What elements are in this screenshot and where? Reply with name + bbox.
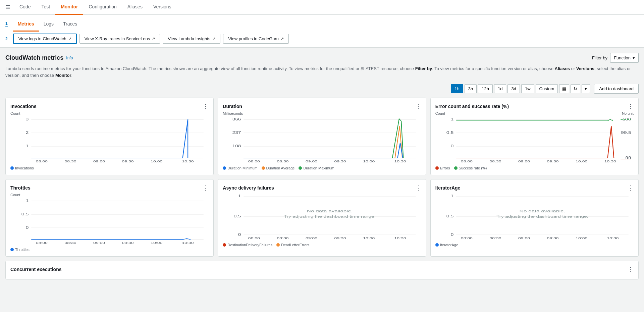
step-1: 1 <box>5 21 8 27</box>
iterator-age-chart: IteratorAge ⋮ 1 0.5 0 08:00 08:30 09:00 … <box>430 179 639 257</box>
concurrent-executions-menu[interactable]: ⋮ <box>628 266 634 273</box>
svg-text:2: 2 <box>26 131 29 135</box>
time-1h-button[interactable]: 1h <box>451 84 463 93</box>
iterator-age-svg: 1 0.5 0 08:00 08:30 09:00 09:30 10:00 10… <box>435 193 634 240</box>
view-logs-cloudwatch-button[interactable]: View logs in CloudWatch ↗ <box>13 34 77 44</box>
svg-text:08:00: 08:00 <box>461 237 473 240</box>
view-profiles-button[interactable]: View profiles in CodeGuru ↗ <box>223 34 289 44</box>
tab-code[interactable]: Code <box>14 0 36 15</box>
svg-text:08:00: 08:00 <box>461 160 473 163</box>
duration-menu[interactable]: ⋮ <box>415 103 421 110</box>
dead-letter-dot <box>276 243 280 247</box>
iterator-age-title: IteratorAge <box>435 185 461 191</box>
time-1w-button[interactable]: 1w <box>521 84 534 93</box>
cw-description: Lambda sends runtime metrics for your fu… <box>5 65 639 79</box>
destination-delivery-legend: DestinationDeliveryFailures <box>223 243 272 247</box>
view-xray-label: View X-Ray traces in ServiceLens <box>85 36 150 41</box>
view-xray-button[interactable]: View X-Ray traces in ServiceLens ↗ <box>79 34 160 44</box>
async-delivery-chart: Async delivery failures ⋮ 1 0.5 0 08:00 … <box>218 179 426 257</box>
filter-by-select[interactable]: Function ▾ <box>610 53 639 63</box>
tab-configuration[interactable]: Configuration <box>83 0 122 15</box>
throttles-menu[interactable]: ⋮ <box>203 184 209 192</box>
error-unit-left: Count <box>435 111 445 115</box>
svg-text:1: 1 <box>26 144 29 148</box>
calendar-icon-button[interactable]: ▦ <box>559 84 569 93</box>
svg-text:10:30: 10:30 <box>394 237 407 240</box>
dead-letter-label: DeadLetterErrors <box>281 243 309 247</box>
time-12h-button[interactable]: 12h <box>478 84 493 93</box>
subtab-metrics[interactable]: Metrics <box>13 17 39 32</box>
duration-min-legend: Duration Minimum <box>223 166 257 170</box>
iterator-age-legend-dot <box>435 243 439 247</box>
success-rate-label: Success rate (%) <box>459 166 487 170</box>
time-3h-button[interactable]: 3h <box>465 84 477 93</box>
throttles-legend-dot <box>10 248 14 251</box>
svg-text:08:30: 08:30 <box>64 160 76 163</box>
hamburger-menu[interactable]: ☰ <box>5 4 10 10</box>
svg-text:10:00: 10:00 <box>363 237 375 240</box>
external-link-icon-3: ↗ <box>212 37 215 41</box>
svg-text:09:00: 09:00 <box>518 237 530 240</box>
svg-text:1: 1 <box>450 117 453 121</box>
svg-text:09:30: 09:30 <box>122 241 134 245</box>
invocations-legend-label: Invocations <box>15 166 34 170</box>
error-count-svg: 1 0.5 0 100 99.5 99 08:00 08:30 09:00 09… <box>435 116 634 163</box>
errors-label: Errors <box>440 166 450 170</box>
concurrent-executions-card: Concurrent executions ⋮ <box>5 261 639 279</box>
duration-max-legend: Duration Maximum <box>299 166 334 170</box>
svg-text:10:00: 10:00 <box>151 241 163 245</box>
svg-text:10:00: 10:00 <box>576 237 588 240</box>
error-count-title: Error count and success rate (%) <box>435 104 509 109</box>
chevron-down-icon: ▾ <box>633 55 635 60</box>
duration-title: Duration <box>223 104 242 109</box>
svg-text:0.5: 0.5 <box>446 131 454 135</box>
time-3d-button[interactable]: 3d <box>507 84 520 93</box>
error-unit-right: No unit <box>622 111 634 116</box>
svg-text:Try adjusting the dashboard ti: Try adjusting the dashboard time range. <box>496 215 588 218</box>
svg-text:3: 3 <box>26 117 29 121</box>
time-1d-button[interactable]: 1d <box>494 84 506 93</box>
svg-text:366: 366 <box>232 117 241 121</box>
async-delivery-title: Async delivery failures <box>223 185 274 191</box>
invocations-menu[interactable]: ⋮ <box>203 103 209 110</box>
svg-text:10:00: 10:00 <box>576 160 588 163</box>
tab-versions[interactable]: Versions <box>148 0 177 15</box>
svg-text:10:30: 10:30 <box>394 160 407 163</box>
svg-text:10:30: 10:30 <box>182 241 194 245</box>
svg-text:237: 237 <box>232 131 241 135</box>
svg-text:1: 1 <box>238 194 241 198</box>
settings-dropdown-button[interactable]: ▾ <box>582 84 590 93</box>
duration-max-dot <box>299 166 302 170</box>
throttles-legend-label: Throttles <box>15 248 30 252</box>
subtab-logs[interactable]: Logs <box>39 17 58 32</box>
errors-dot <box>435 166 439 170</box>
tab-test[interactable]: Test <box>36 0 55 15</box>
svg-text:09:00: 09:00 <box>93 241 105 245</box>
info-link[interactable]: Info <box>66 56 73 60</box>
svg-text:09:00: 09:00 <box>93 160 105 163</box>
iterator-age-legend-label: IteratorAge <box>440 243 458 247</box>
svg-text:08:30: 08:30 <box>489 237 501 240</box>
invocations-chart: Invocations ⋮ Count 3 2 1 08:00 08:30 09… <box>5 98 214 175</box>
svg-text:Try adjusting the dashboard ti: Try adjusting the dashboard time range. <box>284 215 376 218</box>
refresh-button[interactable]: ↻ <box>571 84 580 93</box>
subtab-traces[interactable]: Traces <box>58 17 82 32</box>
time-custom-button[interactable]: Custom <box>536 84 558 93</box>
throttles-legend-item: Throttles <box>10 248 30 252</box>
external-link-icon-4: ↗ <box>281 37 284 41</box>
async-delivery-svg: 1 0.5 0 08:00 08:30 09:00 09:30 10:00 10… <box>223 193 421 240</box>
tab-monitor[interactable]: Monitor <box>55 0 83 15</box>
svg-text:08:00: 08:00 <box>36 160 48 163</box>
duration-max-label: Duration Maximum <box>303 166 334 170</box>
add-to-dashboard-button[interactable]: Add to dashboard <box>594 84 639 94</box>
iterator-age-menu[interactable]: ⋮ <box>628 184 634 192</box>
duration-avg-dot <box>262 166 265 170</box>
error-count-menu[interactable]: ⋮ <box>628 103 634 110</box>
tab-aliases[interactable]: Aliases <box>122 0 148 15</box>
svg-text:09:30: 09:30 <box>547 237 559 240</box>
async-delivery-menu[interactable]: ⋮ <box>415 184 421 192</box>
svg-text:0.5: 0.5 <box>446 214 454 218</box>
filter-value: Function <box>614 55 631 60</box>
view-insights-button[interactable]: View Lambda Insights ↗ <box>163 34 220 44</box>
svg-text:09:30: 09:30 <box>547 160 559 163</box>
